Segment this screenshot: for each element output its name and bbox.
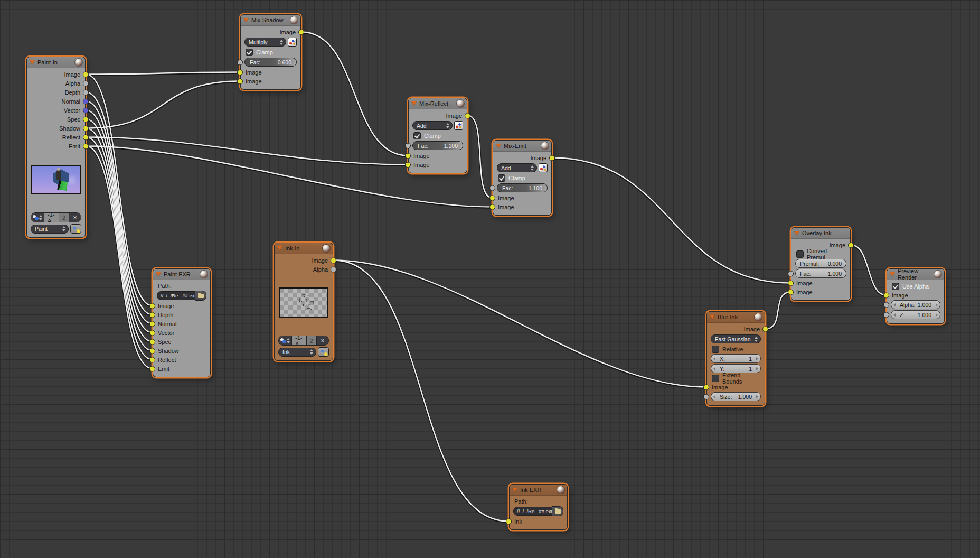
- open-folder-button[interactable]: [552, 506, 563, 516]
- socket-z-in[interactable]: [883, 312, 889, 318]
- image-name-field[interactable]: -1-A: [44, 213, 59, 222]
- material-ball-icon[interactable]: [457, 100, 464, 107]
- socket-image-in[interactable]: [788, 289, 794, 295]
- socket-shadow-in[interactable]: [149, 348, 155, 354]
- premul-number-field[interactable]: Premul:0.000: [795, 259, 846, 268]
- socket-reflect-out[interactable]: [83, 134, 89, 140]
- socket-image-in[interactable]: [149, 303, 155, 309]
- browse-image-button[interactable]: [279, 336, 291, 345]
- socket-image-out[interactable]: [465, 113, 470, 118]
- socket-depth-in[interactable]: [149, 312, 155, 318]
- blend-mode-dropdown[interactable]: Multiply: [244, 38, 286, 46]
- socket-image-in[interactable]: [703, 384, 709, 390]
- socket-image-out[interactable]: [549, 155, 555, 161]
- users-count-button[interactable]: 2: [307, 336, 316, 345]
- mix-color-icon[interactable]: [288, 38, 297, 46]
- open-folder-button[interactable]: [195, 291, 206, 301]
- socket-image-in[interactable]: [489, 204, 495, 210]
- x-number-field[interactable]: X:1: [711, 354, 761, 363]
- spinner-icon[interactable]: [286, 338, 290, 343]
- node-header[interactable]: Mix-Shadow: [241, 15, 300, 26]
- users-count-button[interactable]: 2: [59, 213, 69, 222]
- collapse-triangle-icon[interactable]: [710, 315, 715, 319]
- spinner-icon[interactable]: [530, 165, 534, 171]
- spinner-icon[interactable]: [39, 215, 43, 220]
- node-header[interactable]: Paint EXR: [153, 269, 210, 280]
- decrement-arrow-icon[interactable]: [713, 357, 715, 360]
- node-mix-shadow[interactable]: Mix-Shadow Image Multiply Clamp Fac:0.60…: [240, 14, 301, 90]
- image-datablock-selector[interactable]: -1-A 2 ×: [278, 336, 329, 346]
- use-alpha-checkbox[interactable]: [892, 283, 899, 290]
- node-header[interactable]: Mix-Reflect: [409, 98, 467, 109]
- spinner-icon[interactable]: [754, 337, 758, 342]
- increment-arrow-icon[interactable]: [936, 303, 938, 306]
- blend-mode-dropdown[interactable]: Add: [497, 163, 537, 172]
- spinner-icon[interactable]: [446, 123, 450, 128]
- clamp-checkbox[interactable]: [498, 174, 505, 182]
- fac-number-field[interactable]: Fac:1.000: [795, 269, 846, 278]
- fac-slider[interactable]: Fac:1.100: [412, 141, 463, 150]
- filter-type-dropdown[interactable]: Fast Gaussian: [711, 334, 761, 343]
- socket-image-out[interactable]: [83, 71, 89, 77]
- material-ball-icon[interactable]: [290, 16, 298, 24]
- source-dropdown[interactable]: Ink: [278, 348, 316, 357]
- mix-color-icon[interactable]: [539, 163, 548, 172]
- clamp-checkbox[interactable]: [413, 132, 421, 140]
- socket-normal-in[interactable]: [149, 321, 155, 327]
- node-editor-canvas[interactable]: Paint-In Image Alpha Depth Normal Vector…: [0, 0, 980, 558]
- socket-vector-in[interactable]: [149, 330, 155, 336]
- socket-image-in[interactable]: [489, 195, 495, 201]
- socket-fac-in[interactable]: [489, 185, 495, 191]
- socket-ink-in[interactable]: [506, 518, 512, 524]
- spinner-icon[interactable]: [279, 40, 284, 45]
- collapse-triangle-icon[interactable]: [277, 246, 282, 250]
- increment-arrow-icon[interactable]: [756, 367, 758, 370]
- node-header[interactable]: Ink EXR: [510, 485, 567, 496]
- collapse-triangle-icon[interactable]: [512, 488, 517, 492]
- node-header[interactable]: Mix-Emit: [493, 141, 551, 152]
- node-header[interactable]: Overlay Ink: [791, 228, 850, 239]
- material-ball-icon[interactable]: [200, 271, 208, 278]
- decrement-arrow-icon[interactable]: [893, 313, 896, 317]
- z-number-field[interactable]: Z:1.000: [891, 310, 940, 319]
- decrement-arrow-icon[interactable]: [893, 303, 896, 306]
- alpha-number-field[interactable]: Alpha:1.000: [891, 300, 940, 309]
- material-ball-icon[interactable]: [755, 313, 762, 321]
- socket-image-out[interactable]: [298, 29, 304, 35]
- fac-slider[interactable]: Fac:1.100: [497, 183, 548, 192]
- socket-image-in[interactable]: [405, 153, 411, 159]
- new-image-icon[interactable]: [70, 224, 81, 234]
- convert-premul-checkbox[interactable]: [796, 250, 804, 258]
- socket-fac-in[interactable]: [405, 143, 411, 148]
- collapse-triangle-icon[interactable]: [496, 144, 501, 148]
- size-number-field[interactable]: Size:1.000: [711, 392, 761, 401]
- socket-alpha-out[interactable]: [83, 80, 89, 86]
- socket-emit-out[interactable]: [83, 143, 89, 149]
- node-overlay-ink[interactable]: Overlay Ink Image Convert Premul Premul:…: [791, 227, 851, 301]
- fac-slider[interactable]: Fac:0.600: [244, 58, 297, 67]
- decrement-arrow-icon[interactable]: [713, 395, 715, 398]
- socket-spec-out[interactable]: [83, 116, 89, 122]
- mix-color-icon[interactable]: [454, 121, 463, 130]
- collapse-triangle-icon[interactable]: [243, 18, 249, 22]
- socket-depth-out[interactable]: [83, 89, 89, 95]
- node-header[interactable]: Preview Render: [887, 269, 944, 280]
- material-ball-icon[interactable]: [75, 59, 82, 66]
- socket-image-out[interactable]: [331, 257, 336, 263]
- source-dropdown[interactable]: Paint: [31, 225, 69, 234]
- socket-normal-out[interactable]: [83, 98, 89, 104]
- node-paint-in[interactable]: Paint-In Image Alpha Depth Normal Vector…: [26, 57, 86, 238]
- extend-bounds-checkbox[interactable]: [712, 375, 719, 382]
- node-header[interactable]: Paint-In: [27, 57, 85, 68]
- image-name-field[interactable]: -1-A: [291, 336, 307, 345]
- node-blur-ink[interactable]: Blur-Ink Image Fast Gaussian Relative X:…: [706, 311, 765, 406]
- increment-arrow-icon[interactable]: [756, 395, 758, 398]
- clamp-checkbox[interactable]: [246, 49, 253, 56]
- node-header[interactable]: Ink-In: [275, 243, 333, 254]
- collapse-triangle-icon[interactable]: [411, 101, 417, 106]
- socket-spec-in[interactable]: [149, 339, 155, 345]
- collapse-triangle-icon[interactable]: [30, 60, 35, 64]
- socket-alpha-in[interactable]: [883, 302, 889, 308]
- node-mix-reflect[interactable]: Mix-Reflect Image Add Clamp Fac:1.100 Im…: [408, 98, 467, 173]
- collapse-triangle-icon[interactable]: [156, 272, 161, 276]
